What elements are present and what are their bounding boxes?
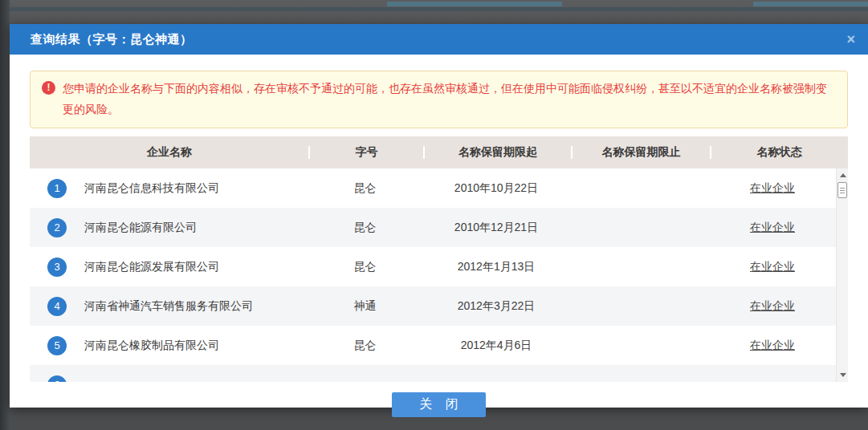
modal-footer: 关 闭	[30, 392, 848, 417]
row-number-badge: 4	[47, 297, 67, 316]
cell-name-status: 在业企业	[709, 181, 836, 196]
cell-trade-name: 神通	[308, 299, 422, 314]
scroll-up-button[interactable]	[837, 169, 848, 181]
scroll-down-button[interactable]	[837, 369, 848, 381]
background-text-fragment	[753, 2, 868, 6]
status-link[interactable]: 在业企业	[750, 299, 795, 312]
table-row: 6	[30, 365, 836, 382]
warning-icon: !	[42, 81, 55, 95]
status-link[interactable]: 在业企业	[750, 260, 795, 273]
background-text-fragment	[387, 2, 562, 6]
cell-trade-name: 昆仑	[308, 339, 422, 353]
table-row: 1 河南昆仑信息科技有限公司 昆仑 2010年10月22日 在业企业	[30, 168, 836, 208]
column-header-reserve-end: 名称保留期限止	[572, 145, 711, 160]
cell-name-status: 在业企业	[709, 221, 836, 235]
triangle-down-icon	[840, 373, 846, 377]
background-page-divider	[0, 7, 868, 11]
column-header-name-status: 名称状态	[711, 145, 848, 160]
cell-name-status: 在业企业	[709, 299, 836, 314]
column-header-company-name: 企业名称	[30, 145, 309, 160]
cell-trade-name: 昆仑	[308, 260, 422, 274]
cell-name-status: 在业企业	[709, 260, 836, 274]
column-header-trade-name: 字号	[309, 145, 424, 160]
cell-trade-name: 昆仑	[308, 221, 422, 235]
status-link[interactable]: 在业企业	[750, 221, 795, 233]
modal-body: ! 您申请的企业名称与下面的内容相似，存在审核不予通过的可能，也存在虽然审核通过…	[10, 55, 868, 417]
cell-reserve-start: 2012年4月6日	[422, 339, 570, 353]
modal-header: 查询结果（字号：昆仑神通） ×	[10, 24, 868, 55]
triangle-up-icon	[840, 173, 846, 177]
cell-company-name: 河南昆仑信息科技有限公司	[84, 181, 308, 196]
row-number-badge: 6	[47, 375, 67, 383]
row-number-badge: 5	[47, 336, 67, 355]
dimmed-background-left	[0, 0, 10, 430]
cell-trade-name: 昆仑	[308, 181, 422, 196]
result-table: 企业名称 字号 名称保留期限起 名称保留期限止 名称状态 1 河南昆仑信息科技有…	[30, 136, 848, 382]
modal-title: 查询结果（字号：昆仑神通）	[31, 32, 193, 47]
dimmed-background-top	[0, 0, 868, 24]
status-link[interactable]: 在业企业	[750, 339, 795, 351]
row-number-badge: 2	[47, 218, 67, 237]
cell-reserve-start: 2010年12月21日	[422, 221, 570, 235]
cell-name-status: 在业企业	[709, 339, 836, 353]
cell-company-name: 河南省神通汽车销售服务有限公司	[84, 299, 308, 314]
table-row: 4 河南省神通汽车销售服务有限公司 神通 2012年3月22日 在业企业	[30, 286, 836, 326]
table-body: 1 河南昆仑信息科技有限公司 昆仑 2010年10月22日 在业企业 2 河南昆…	[30, 168, 848, 382]
table-row: 3 河南昆仑能源发展有限公司 昆仑 2012年1月13日 在业企业	[30, 247, 836, 286]
cell-reserve-start: 2012年1月13日	[422, 260, 570, 274]
cell-company-name: 河南昆仑能源发展有限公司	[84, 260, 308, 274]
vertical-scrollbar[interactable]	[836, 168, 848, 382]
warning-text: 您申请的企业名称与下面的内容相似，存在审核不予通过的可能，也存在虽然审核通过，但…	[63, 82, 827, 116]
cell-company-name: 河南昆仑橡胶制品有限公司	[84, 339, 308, 353]
warning-banner: ! 您申请的企业名称与下面的内容相似，存在审核不予通过的可能，也存在虽然审核通过…	[30, 71, 848, 128]
close-button[interactable]: 关 闭	[392, 392, 486, 417]
table-row: 5 河南昆仑橡胶制品有限公司 昆仑 2012年4月6日 在业企业	[30, 326, 836, 365]
cell-reserve-start: 2010年10月22日	[422, 181, 570, 196]
table-row: 2 河南昆仑能源有限公司 昆仑 2010年12月21日 在业企业	[30, 208, 836, 247]
cell-reserve-start: 2012年3月22日	[422, 299, 570, 314]
table-header-row: 企业名称 字号 名称保留期限起 名称保留期限止 名称状态	[30, 136, 848, 168]
close-icon[interactable]: ×	[846, 32, 855, 47]
column-header-reserve-start: 名称保留期限起	[424, 145, 572, 160]
scrollbar-thumb[interactable]	[837, 182, 847, 198]
status-link[interactable]: 在业企业	[750, 181, 795, 194]
row-number-badge: 3	[47, 258, 67, 277]
query-result-modal: 查询结果（字号：昆仑神通） × ! 您申请的企业名称与下面的内容相似，存在审核不…	[10, 24, 868, 408]
row-number-badge: 1	[47, 179, 67, 198]
cell-company-name: 河南昆仑能源有限公司	[84, 221, 308, 235]
